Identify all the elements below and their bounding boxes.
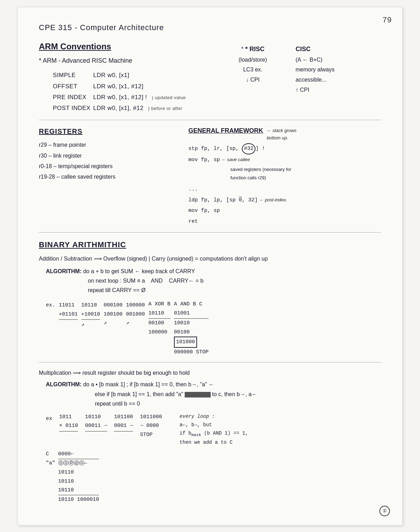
binary-ex-label: ex. xyxy=(46,301,55,310)
registers-header: REGISTERS xyxy=(39,126,167,137)
addr-note2: } before or after xyxy=(148,106,182,111)
framework-section: GENERAL FRAMEWORK ← stack growsbottom up… xyxy=(188,126,381,227)
cisc-section: CISC (A ← B+C) memory always accessible.… xyxy=(296,40,382,114)
page-title: CPE 315 - Computer Architecture xyxy=(39,21,381,34)
mult-algorithm: ALGORITHM: do a • [b mask 1] ; if [b mas… xyxy=(46,380,381,408)
addr-note: ) updated value xyxy=(152,95,186,100)
arm-conventions-header: ARM Conventions xyxy=(39,40,210,53)
registers-list: r29 – frame pointer r30 – link register … xyxy=(39,140,167,182)
addr-post-index: POST INDEX LDR w0, [x1], #12 } before or… xyxy=(53,103,210,113)
binary-intro: Addition / Subtraction ⟹ Overflow (signe… xyxy=(39,254,381,263)
addr-simple: SIMPLE LDR w0, [x1] xyxy=(53,70,210,80)
page-circle-number: ① xyxy=(379,506,390,516)
binary-arithmetic-section: BINARY ARITHMITHIC Addition / Subtractio… xyxy=(39,238,381,357)
addr-pre-index: PRE INDEX LDR w0, [x1, #12] ! ) updated … xyxy=(53,92,210,102)
binary-algorithm: ALGORITHM: do a + b to get SUM ← keep tr… xyxy=(46,267,381,295)
arm-subtitle: * ARM - Advanced RISC Machine xyxy=(39,56,210,66)
binary-header: BINARY ARITHMITHIC xyxy=(39,238,381,251)
addr-offset: OFFSET LDR w0, [x1, #12] xyxy=(53,82,210,91)
mult-ex-label: ex xyxy=(46,414,52,423)
mult-intro: Multiplication ⟹ result register should … xyxy=(39,368,381,378)
multiplication-section: Multiplication ⟹ result register should … xyxy=(39,368,381,504)
page-number: 79 xyxy=(383,14,392,27)
risc-section: * * RISC (load/store) LC3 ex. ↓ CPI xyxy=(210,40,296,114)
boxed-value: 101000 xyxy=(174,337,197,348)
